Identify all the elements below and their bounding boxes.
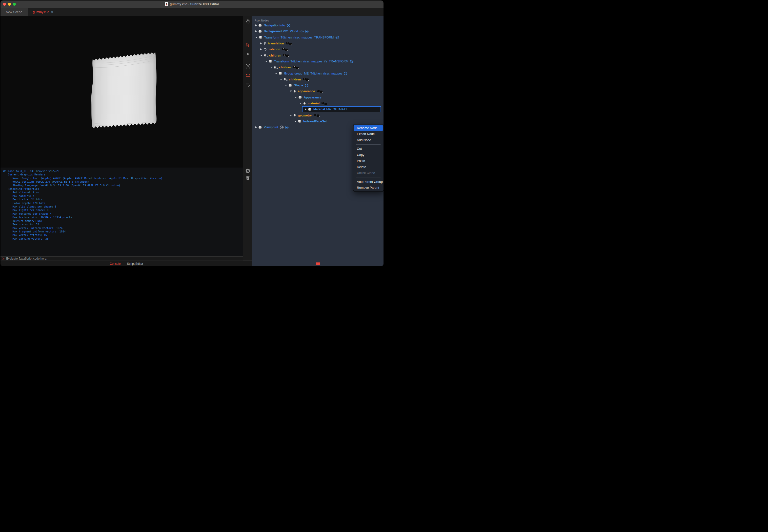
sunrise-editor-button[interactable] (243, 72, 252, 79)
expand-arrow-icon[interactable] (255, 126, 257, 128)
route-connectors-icon[interactable] (317, 90, 323, 93)
eye-icon[interactable] (300, 30, 304, 33)
bottom-tab-bar: Console Script Editor (0, 261, 252, 266)
close-console-button[interactable] (243, 167, 252, 174)
tree-node-transform[interactable]: TransformTütchen_rissc_mappes_TRANSFORM (252, 35, 384, 40)
translation-field-icon[interactable] (264, 42, 267, 45)
route-connectors-icon[interactable] (286, 42, 292, 45)
script-editor-button[interactable] (243, 81, 252, 88)
ring-icon[interactable] (335, 36, 339, 39)
expand-arrow-icon[interactable] (255, 30, 257, 32)
tab-new-scene[interactable]: New Scene (0, 8, 28, 16)
menu-item-cut[interactable]: Cut (353, 146, 384, 152)
clear-console-button[interactable] (243, 174, 252, 181)
context-menu: Rename Node...Export Node...Add Node...C… (353, 124, 384, 191)
route-connectors-icon[interactable] (314, 114, 319, 117)
tree-field-geometry[interactable]: geometry (252, 112, 384, 118)
menu-item-add-parent-group[interactable]: Add Parent Group (353, 179, 384, 185)
js-prompt[interactable]: Evaluate JavaScript code here. (0, 256, 243, 260)
ring-icon[interactable] (305, 84, 309, 87)
viewport-3d[interactable] (0, 16, 243, 168)
tree-node-transform[interactable]: TransformTütchen_rissc_mappes_ifs_TRANSF… (252, 58, 384, 64)
tree-node-background[interactable]: BackgroundWO_World (252, 28, 384, 34)
node-toggles (335, 36, 339, 39)
zoom-window-button[interactable] (13, 3, 16, 6)
tree-field-material[interactable]: material (252, 100, 384, 106)
tree-node-shape[interactable]: Shape (252, 82, 384, 88)
node-type-name: Transform (264, 36, 279, 39)
tab-console[interactable]: Console (110, 262, 120, 266)
radio-icon[interactable] (287, 24, 290, 27)
tree-field-children[interactable]: children (252, 52, 384, 58)
tree-field-translation[interactable]: translation (252, 40, 384, 46)
collapse-arrow-icon[interactable] (265, 61, 267, 62)
pan-hand-button[interactable] (243, 18, 252, 25)
expand-arrow-icon[interactable] (255, 24, 257, 26)
snapshot-icon (246, 64, 250, 69)
tree-field-children[interactable]: children (252, 76, 384, 82)
expand-arrow-icon[interactable] (260, 48, 262, 50)
route-connectors-icon[interactable] (283, 54, 289, 57)
tree-node-material[interactable]: MaterialMA_OUTMAT1 (302, 106, 381, 112)
collapse-arrow-icon[interactable] (290, 115, 292, 116)
rotation-field-icon[interactable] (264, 48, 267, 51)
expand-arrow-icon[interactable] (260, 42, 262, 44)
root-nodes-header: Root Nodes (255, 19, 269, 22)
tree-field-children[interactable]: children (252, 64, 384, 70)
route-connectors-icon[interactable] (303, 78, 309, 81)
collapse-arrow-icon[interactable] (295, 97, 297, 98)
ring-icon[interactable] (344, 72, 347, 75)
outline-editor-tab-icon[interactable] (316, 262, 320, 265)
tab-script-editor[interactable]: Script Editor (127, 262, 143, 266)
play-button[interactable] (243, 51, 252, 57)
select-arrow-button[interactable] (243, 41, 252, 48)
menu-item-remove-parent[interactable]: Remove Parent (353, 185, 384, 191)
pouch-render (89, 49, 158, 137)
minimize-window-button[interactable] (8, 3, 11, 6)
menu-item-export-node[interactable]: Export Node... (353, 131, 384, 137)
menu-item-rename-node[interactable]: Rename Node... (354, 125, 383, 131)
collapse-arrow-icon[interactable] (280, 79, 282, 80)
menu-item-copy[interactable]: Copy (353, 152, 384, 158)
collapse-arrow-icon[interactable] (260, 55, 262, 56)
tree-node-navigationinfo[interactable]: NavigationInfo (252, 22, 384, 28)
route-connectors-icon[interactable] (293, 66, 299, 69)
tree-node-appearance[interactable]: Appearance (252, 95, 384, 100)
tree-node-group[interactable]: Groupgroup_ME_Tütchen_rissc_mappes (252, 70, 384, 76)
sunrise-icon (246, 73, 251, 77)
tab-label: New Scene (6, 10, 22, 14)
expand-arrow-icon[interactable] (305, 108, 307, 110)
collapse-arrow-icon[interactable] (300, 103, 302, 104)
select-arrow-icon (246, 43, 250, 47)
ring-icon[interactable] (350, 59, 354, 63)
tree-node-indexedfaceset[interactable]: IndexedFaceSet (252, 118, 384, 124)
collapse-arrow-icon[interactable] (285, 85, 287, 86)
tab-gummy-x3d[interactable]: gummy.x3d × (28, 8, 58, 16)
circle-x-icon (246, 169, 250, 173)
expand-arrow-icon[interactable] (295, 120, 296, 122)
console-panel: Welcome to X_ITE X3D Browser v9.5.2: Cur… (0, 168, 243, 260)
snapshot-button[interactable] (243, 63, 252, 70)
close-window-button[interactable] (3, 3, 6, 6)
node-def-name: Tütchen_rissc_mappes_TRANSFORM (281, 36, 334, 39)
panel-bottom-bar (252, 260, 384, 266)
tab-close-icon[interactable]: × (51, 10, 53, 14)
collapse-arrow-icon[interactable] (270, 67, 272, 68)
tree-field-appearance[interactable]: appearance (252, 88, 384, 94)
node-toggles (280, 125, 289, 129)
collapse-arrow-icon[interactable] (275, 73, 277, 74)
menu-item-add-node[interactable]: Add Node... (353, 137, 384, 143)
route-connectors-icon[interactable] (322, 102, 327, 105)
radio-icon[interactable] (305, 30, 309, 33)
collapse-arrow-icon[interactable] (290, 91, 292, 92)
menu-item-delete[interactable]: Delete (353, 164, 384, 170)
wrench-icon[interactable] (280, 125, 284, 129)
radio-icon[interactable] (285, 126, 289, 129)
collapse-arrow-icon[interactable] (255, 37, 257, 38)
menu-item-paste[interactable]: Paste (353, 158, 384, 164)
tree-field-rotation[interactable]: rotation (252, 46, 384, 52)
route-connectors-icon[interactable] (282, 48, 288, 51)
hand-icon (246, 19, 250, 24)
node-toggles (287, 24, 290, 27)
node-type-name: Shape (294, 84, 303, 87)
